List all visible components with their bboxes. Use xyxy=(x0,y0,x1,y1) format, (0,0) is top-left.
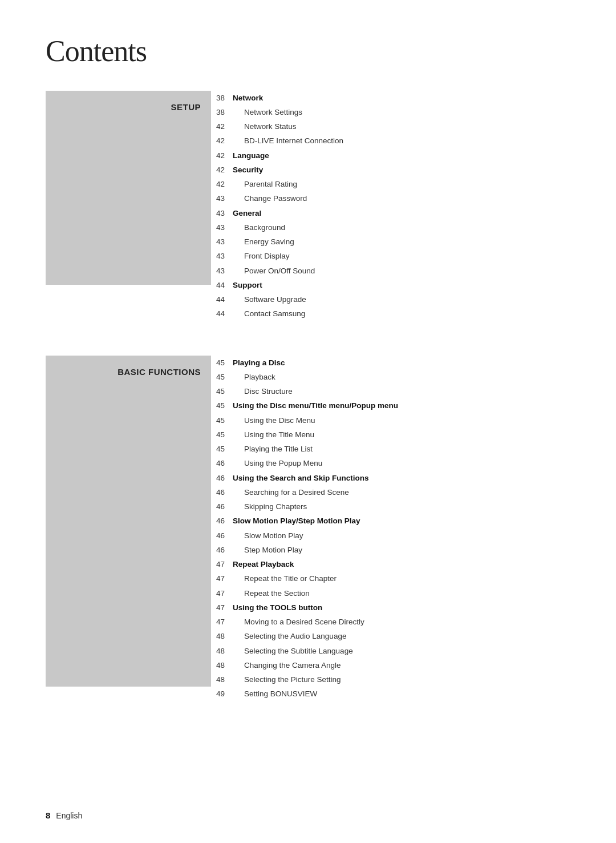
toc-entry-text: Searching for a Desired Scene xyxy=(233,487,570,498)
section-setup: SETUP38Network38Network Settings42Networ… xyxy=(46,91,570,321)
toc-entry-text: Background xyxy=(233,222,570,233)
toc-entry-number: 45 xyxy=(211,386,233,397)
toc-entry: 47Repeat the Title or Chapter xyxy=(211,572,570,586)
toc-entry-number: 46 xyxy=(211,515,233,527)
toc-entry: 46Slow Motion Play/Step Motion Play xyxy=(211,514,570,529)
toc-entry: 46Searching for a Desired Scene xyxy=(211,485,570,499)
toc-entry: 42Parental Rating xyxy=(211,178,570,192)
toc-entry: 47Using the TOOLS button xyxy=(211,600,570,615)
toc-entry-number: 45 xyxy=(211,400,233,412)
toc-entry: 38Network xyxy=(211,91,570,105)
toc-entry-number: 45 xyxy=(211,372,233,383)
toc-entry-number: 45 xyxy=(211,443,233,455)
toc-entry-text: Energy Saving xyxy=(233,236,570,248)
footer-language: English xyxy=(56,811,82,820)
toc-entry-text: Playing a Disc xyxy=(233,357,570,369)
toc-entry-number: 42 xyxy=(211,150,233,162)
toc-entry-number: 43 xyxy=(211,236,233,248)
toc-entry-text: Software Upgrade xyxy=(233,294,570,305)
toc-entry: 45Using the Title Menu xyxy=(211,427,570,442)
toc-entry: 46Using the Popup Menu xyxy=(211,457,570,471)
toc-entry-text: Repeat the Title or Chapter xyxy=(233,573,570,584)
toc-entry: 45Playback xyxy=(211,370,570,384)
footer: 8 English xyxy=(46,810,82,820)
toc-entry-number: 46 xyxy=(211,487,233,498)
toc-entry-number: 47 xyxy=(211,616,233,628)
toc-entry-number: 43 xyxy=(211,265,233,277)
toc-entry-text: Front Display xyxy=(233,251,570,262)
toc-entry-text: Network Status xyxy=(233,121,570,132)
toc-entry-number: 43 xyxy=(211,222,233,233)
toc-entry: 42BD-LIVE Internet Connection xyxy=(211,134,570,148)
toc-entry-text: Using the Disc menu/Title menu/Popup men… xyxy=(233,400,570,412)
section-label-box-basic-functions: BASIC FUNCTIONS xyxy=(46,356,211,687)
toc-entry-text: Parental Rating xyxy=(233,179,570,190)
toc-entry-number: 42 xyxy=(211,179,233,190)
toc-entry-text: Slow Motion Play xyxy=(233,530,570,542)
toc-entry-number: 47 xyxy=(211,602,233,614)
toc-entry-number: 42 xyxy=(211,135,233,147)
toc-entry-text: BD-LIVE Internet Connection xyxy=(233,135,570,147)
toc-entry: 42Network Status xyxy=(211,120,570,134)
toc-entry: 44Support xyxy=(211,278,570,292)
toc-entry: 43Background xyxy=(211,220,570,235)
toc-entry: 42Security xyxy=(211,163,570,177)
toc-entry-number: 38 xyxy=(211,92,233,104)
page-title: Contents xyxy=(46,34,570,68)
toc-entry: 45Using the Disc menu/Title menu/Popup m… xyxy=(211,399,570,413)
toc-entry-number: 43 xyxy=(211,193,233,204)
toc-entry-text: Repeat the Section xyxy=(233,588,570,599)
toc-entry-text: Step Motion Play xyxy=(233,544,570,556)
toc-entry-text: Language xyxy=(233,150,570,162)
toc-entry-number: 46 xyxy=(211,544,233,556)
toc-entry-number: 46 xyxy=(211,473,233,484)
section-label-box-setup: SETUP xyxy=(46,91,211,285)
toc-entry: 45Disc Structure xyxy=(211,385,570,399)
section-label-text-setup: SETUP xyxy=(171,101,201,113)
toc-entry-text: General xyxy=(233,208,570,219)
toc-entry-number: 44 xyxy=(211,280,233,291)
toc-entry: 43Power On/Off Sound xyxy=(211,264,570,278)
toc-entry: 48Selecting the Subtitle Language xyxy=(211,644,570,658)
toc-entry: 47Repeat Playback xyxy=(211,558,570,572)
toc-entry-number: 46 xyxy=(211,458,233,469)
toc-entry-text: Slow Motion Play/Step Motion Play xyxy=(233,515,570,527)
toc-entry-text: Power On/Off Sound xyxy=(233,265,570,277)
toc-entry-number: 46 xyxy=(211,530,233,542)
toc-entry: 44Software Upgrade xyxy=(211,293,570,307)
toc-entry-text: Change Password xyxy=(233,193,570,204)
toc-entry: 43Energy Saving xyxy=(211,235,570,249)
toc-entry-text: Playback xyxy=(233,372,570,383)
toc-entry: 46Step Motion Play xyxy=(211,543,570,557)
toc-entry: 45Using the Disc Menu xyxy=(211,413,570,427)
toc-entry: 46Slow Motion Play xyxy=(211,529,570,543)
section-basic-functions: BASIC FUNCTIONS45Playing a Disc45Playbac… xyxy=(46,356,570,701)
section-label-text-basic-functions: BASIC FUNCTIONS xyxy=(117,366,201,378)
toc-entry-text: Playing the Title List xyxy=(233,443,570,455)
toc-entry: 47Repeat the Section xyxy=(211,586,570,600)
toc-entry: 42Language xyxy=(211,148,570,163)
toc-entry: 48Changing the Camera Angle xyxy=(211,658,570,672)
toc-entry-text: Using the Disc Menu xyxy=(233,415,570,426)
toc-entry-text: Moving to a Desired Scene Directly xyxy=(233,616,570,628)
toc-entry: 44Contact Samsung xyxy=(211,307,570,321)
toc-entry-number: 45 xyxy=(211,429,233,441)
toc-entry: 46Using the Search and Skip Functions xyxy=(211,471,570,485)
toc-entry: 43General xyxy=(211,206,570,220)
toc-entry-number: 44 xyxy=(211,294,233,305)
toc-entry-text: Using the Search and Skip Functions xyxy=(233,473,570,484)
toc-entry-number: 42 xyxy=(211,164,233,176)
toc-entry-text: Disc Structure xyxy=(233,386,570,397)
toc-entry-number: 42 xyxy=(211,121,233,132)
toc-entry-number: 48 xyxy=(211,646,233,657)
toc-entries-setup: 38Network38Network Settings42Network Sta… xyxy=(211,91,570,321)
toc-entry-number: 47 xyxy=(211,559,233,570)
toc-entry-text: Selecting the Audio Language xyxy=(233,631,570,642)
toc-entry-number: 43 xyxy=(211,251,233,262)
toc-entry-text: Using the Popup Menu xyxy=(233,458,570,469)
toc-entry-number: 45 xyxy=(211,415,233,426)
footer-page-number: 8 xyxy=(46,810,50,820)
toc-entry-text: Setting BONUSVIEW xyxy=(233,688,570,700)
toc-entry: 43Front Display xyxy=(211,249,570,264)
toc-entry: 48Selecting the Picture Setting xyxy=(211,673,570,687)
